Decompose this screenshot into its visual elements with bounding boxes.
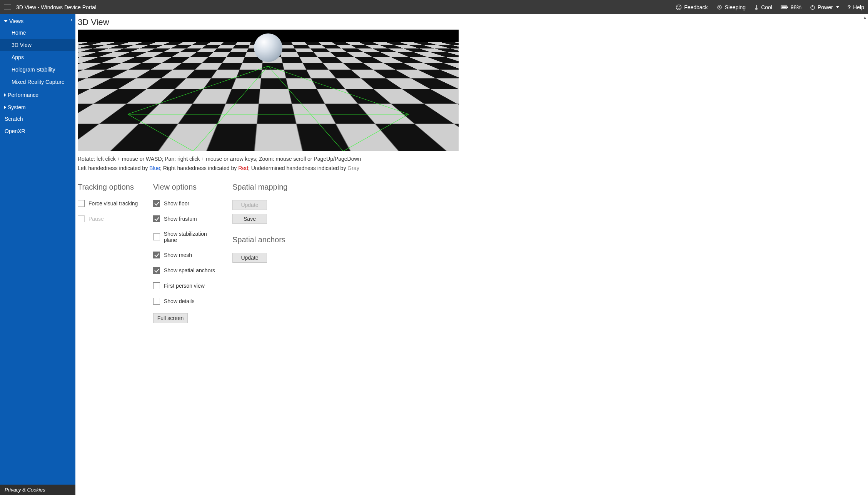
show-spatial-anchors-checkbox[interactable]: Show spatial anchors — [153, 267, 221, 274]
thermometer-icon — [754, 4, 759, 10]
view-options-title: View options — [153, 183, 221, 192]
checkbox-label: Show frustum — [164, 216, 197, 222]
power-icon — [810, 5, 815, 10]
scroll-up-icon[interactable]: ▲ — [863, 15, 867, 20]
legend-text: ; Right handedness indicated by — [160, 165, 238, 171]
power-menu[interactable]: Power — [810, 4, 839, 10]
checkbox-label: Pause — [88, 216, 104, 222]
sidebar-section-label: Views — [9, 18, 23, 24]
view-options: View options Show floor Show frustum Sho… — [153, 183, 221, 327]
battery-status[interactable]: 98% — [781, 4, 801, 10]
sidebar-item-scratch[interactable]: Scratch — [0, 113, 75, 125]
app-title: 3D View - Windows Device Portal — [16, 4, 96, 10]
sidebar-item-label: OpenXR — [5, 128, 25, 134]
first-person-view-checkbox[interactable]: First person view — [153, 282, 221, 289]
checkbox-icon — [153, 215, 160, 222]
help-label: Help — [853, 4, 864, 10]
legend-text: Left handedness indicated by — [78, 165, 149, 171]
sidebar-item-label: Apps — [12, 54, 24, 60]
spatial-column: Spatial mapping Update Save Spatial anch… — [232, 183, 309, 327]
sleep-status[interactable]: Sleeping — [716, 4, 746, 10]
sidebar-item-label: Home — [12, 30, 26, 36]
checkbox-label: Show mesh — [164, 252, 192, 258]
layout: ‹ Views Home 3D View Apps Hologram Stabi… — [0, 14, 868, 495]
spatial-mapping-update-button: Update — [232, 200, 267, 210]
checkbox-icon — [78, 215, 85, 222]
sleep-label: Sleeping — [725, 4, 746, 10]
svg-rect-6 — [787, 7, 788, 8]
show-floor-checkbox[interactable]: Show floor — [153, 200, 221, 207]
hamburger-icon[interactable] — [4, 5, 11, 10]
checkbox-label: Force visual tracking — [88, 200, 138, 207]
3d-viewport[interactable] — [78, 30, 459, 151]
chevron-down-icon — [836, 6, 839, 8]
sidebar-item-openxr[interactable]: OpenXR — [0, 125, 75, 137]
checkbox-label: Show details — [164, 298, 194, 304]
power-label: Power — [818, 4, 833, 10]
legend-blue: Blue — [149, 165, 160, 171]
force-visual-tracking-checkbox[interactable]: Force visual tracking — [78, 200, 142, 207]
topbar: 3D View - Windows Device Portal Feedback… — [0, 0, 868, 14]
show-stabilization-plane-checkbox[interactable]: Show stabilization plane — [153, 231, 221, 243]
spatial-mapping-title: Spatial mapping — [232, 183, 309, 192]
sidebar-item-apps[interactable]: Apps — [0, 51, 75, 63]
sidebar-section-views[interactable]: Views — [0, 14, 75, 27]
spatial-anchors-title: Spatial anchors — [232, 235, 309, 244]
head-sphere — [254, 33, 282, 62]
sidebar-footer-label: Privacy & Cookies — [5, 487, 45, 493]
svg-point-4 — [756, 8, 757, 9]
sidebar-item-label: 3D View — [12, 42, 32, 48]
feedback-label: Feedback — [684, 4, 708, 10]
privacy-cookies-link[interactable]: Privacy & Cookies — [0, 485, 75, 495]
show-mesh-checkbox[interactable]: Show mesh — [153, 252, 221, 258]
sidebar-item-label: Scratch — [5, 116, 23, 122]
svg-point-0 — [676, 5, 681, 10]
show-details-checkbox[interactable]: Show details — [153, 298, 221, 305]
svg-point-2 — [679, 6, 680, 7]
sidebar-item-label: Mixed Reality Capture — [12, 79, 65, 85]
spatial-mapping-save-button[interactable]: Save — [232, 214, 267, 224]
help-button[interactable]: ? Help — [848, 4, 864, 10]
chevron-right-icon — [4, 105, 6, 109]
checkbox-icon — [78, 200, 85, 207]
checkbox-label: Show floor — [164, 200, 189, 207]
checkbox-label: First person view — [164, 283, 205, 289]
legend-red: Red — [238, 165, 248, 171]
sidebar-item-label: Hologram Stability — [12, 67, 55, 73]
checkbox-label: Show stabilization plane — [164, 231, 221, 243]
battery-label: 98% — [791, 4, 801, 10]
content: ▲ 3D View Rotate: left click + mouse or … — [75, 14, 868, 495]
feedback-button[interactable]: Feedback — [676, 4, 708, 10]
temp-status[interactable]: Cool — [754, 4, 772, 10]
sidebar-section-system[interactable]: System — [0, 100, 75, 113]
sidebar: ‹ Views Home 3D View Apps Hologram Stabi… — [0, 14, 75, 495]
sidebar-section-label: Performance — [8, 92, 38, 98]
question-icon: ? — [848, 4, 851, 10]
battery-icon — [781, 5, 788, 10]
sidebar-section-label: System — [8, 104, 26, 110]
chevron-down-icon — [4, 20, 8, 22]
checkbox-label: Show spatial anchors — [164, 267, 215, 273]
temp-label: Cool — [761, 4, 772, 10]
legend-text: ; Undetermined handedness indicated by — [248, 165, 347, 171]
sidebar-item-home[interactable]: Home — [0, 27, 75, 39]
collapse-sidebar-icon[interactable]: ‹ — [70, 17, 72, 23]
controls-help-text: Rotate: left click + mouse or WASD; Pan:… — [78, 156, 864, 162]
tracking-options: Tracking options Force visual tracking P… — [78, 183, 142, 327]
page-title: 3D View — [78, 17, 864, 27]
sidebar-item-mrc[interactable]: Mixed Reality Capture — [0, 76, 75, 88]
full-screen-button[interactable]: Full screen — [153, 313, 188, 323]
options-columns: Tracking options Force visual tracking P… — [78, 183, 864, 327]
tracking-options-title: Tracking options — [78, 183, 142, 192]
show-frustum-checkbox[interactable]: Show frustum — [153, 215, 221, 222]
spatial-anchors-update-button[interactable]: Update — [232, 253, 267, 263]
sidebar-item-hologram-stability[interactable]: Hologram Stability — [0, 63, 75, 76]
checkbox-icon — [153, 298, 160, 305]
sidebar-section-performance[interactable]: Performance — [0, 88, 75, 100]
sidebar-item-3dview[interactable]: 3D View — [0, 39, 75, 51]
svg-point-1 — [678, 6, 678, 7]
pause-checkbox: Pause — [78, 215, 142, 222]
checkbox-icon — [153, 267, 160, 274]
handedness-legend: Left handedness indicated by Blue; Right… — [78, 165, 864, 171]
checkbox-icon — [153, 282, 160, 289]
